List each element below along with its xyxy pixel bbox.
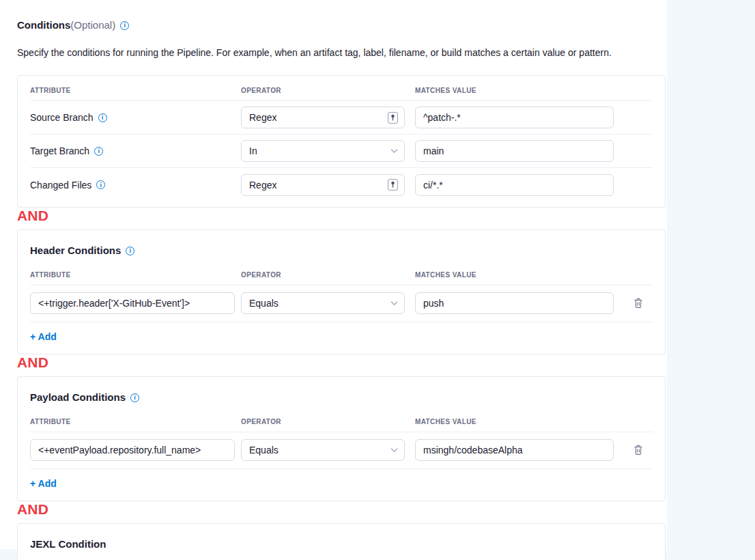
section-title-text: Header Conditions	[30, 244, 121, 257]
section-title-payload-conditions: Payload Conditions	[30, 377, 653, 404]
operator-value: Equals	[249, 298, 279, 309]
table-row: Source Branch Regex	[30, 101, 653, 135]
chevron-down-icon	[390, 149, 398, 153]
column-headers: ATTRIBUTE OPERATOR MATCHES VALUE	[30, 76, 653, 101]
page-header: Conditions (Optional)	[17, 19, 666, 31]
fixed-input-icon[interactable]	[388, 179, 398, 191]
column-headers: ATTRIBUTE OPERATOR MATCHES VALUE	[30, 404, 653, 432]
operator-select[interactable]: Regex	[241, 107, 405, 128]
matches-value-input[interactable]	[415, 292, 614, 314]
payload-conditions-card: Payload Conditions ATTRIBUTE OPERATOR MA…	[17, 376, 666, 501]
add-payload-condition-link[interactable]: + Add	[30, 478, 57, 489]
operator-value: Equals	[249, 445, 279, 456]
jexl-condition-card: JEXL Condition <+eventPayload.repository…	[17, 523, 666, 560]
column-header-operator: OPERATOR	[241, 418, 415, 425]
and-separator: AND	[17, 501, 48, 517]
row-label-text: Changed Files	[30, 180, 91, 191]
operator-value: In	[249, 145, 257, 156]
info-icon[interactable]	[130, 393, 139, 402]
chevron-down-icon	[390, 301, 398, 305]
column-header-attribute: ATTRIBUTE	[30, 87, 241, 94]
trash-icon	[633, 300, 643, 311]
table-row: Equals	[30, 432, 653, 469]
matches-value-input[interactable]	[415, 140, 614, 162]
attribute-input[interactable]	[30, 439, 235, 461]
delete-row-button[interactable]	[631, 296, 645, 311]
table-row: Equals	[30, 285, 653, 322]
info-icon[interactable]	[96, 180, 105, 189]
page-title-optional: (Optional)	[70, 19, 115, 31]
column-header-matches-value: MATCHES VALUE	[415, 271, 624, 279]
info-icon[interactable]	[98, 113, 107, 122]
page-title: Conditions	[17, 19, 70, 31]
page-description: Specify the conditions for running the P…	[17, 46, 666, 59]
operator-value: Regex	[249, 112, 276, 123]
section-title-text: Payload Conditions	[30, 391, 126, 404]
operator-select[interactable]: Regex	[241, 174, 405, 196]
conditions-page: Conditions (Optional) Specify the condit…	[0, 0, 755, 560]
column-header-attribute: ATTRIBUTE	[30, 418, 241, 425]
and-separator: AND	[17, 208, 48, 223]
column-headers: ATTRIBUTE OPERATOR MATCHES VALUE	[30, 257, 653, 285]
operator-select[interactable]: Equals	[241, 292, 405, 314]
header-conditions-card: Header Conditions ATTRIBUTE OPERATOR MAT…	[17, 229, 666, 354]
matches-value-input[interactable]	[415, 174, 614, 196]
row-label-text: Target Branch	[30, 145, 89, 156]
table-row: Changed Files Regex	[30, 168, 653, 201]
info-icon[interactable]	[126, 247, 134, 255]
matches-value-input[interactable]	[415, 107, 614, 128]
column-header-matches-value: MATCHES VALUE	[415, 418, 624, 425]
matches-value-input[interactable]	[415, 439, 614, 461]
chevron-down-icon	[390, 448, 398, 452]
section-title-text: JEXL Condition	[30, 537, 106, 551]
row-label-text: Source Branch	[30, 112, 94, 123]
branch-conditions-card: ATTRIBUTE OPERATOR MATCHES VALUE Source …	[17, 75, 666, 208]
info-icon[interactable]	[94, 147, 103, 156]
operator-select[interactable]: In	[241, 140, 405, 162]
attribute-input[interactable]	[30, 292, 235, 314]
row-label-changed-files: Changed Files	[30, 180, 241, 191]
table-row: Target Branch In	[30, 135, 653, 168]
section-title-header-conditions: Header Conditions	[30, 230, 653, 257]
page-right-background	[667, 0, 755, 560]
column-header-matches-value: MATCHES VALUE	[415, 87, 624, 94]
delete-row-button[interactable]	[631, 443, 645, 458]
column-header-operator: OPERATOR	[241, 87, 415, 94]
operator-select[interactable]: Equals	[241, 439, 405, 461]
operator-value: Regex	[249, 180, 276, 191]
row-label-source-branch: Source Branch	[30, 112, 241, 123]
trash-icon	[633, 447, 643, 458]
info-icon[interactable]	[120, 21, 129, 30]
column-header-attribute: ATTRIBUTE	[30, 271, 241, 279]
column-header-operator: OPERATOR	[241, 271, 415, 279]
section-title-jexl-condition: JEXL Condition	[30, 524, 653, 551]
and-separator: AND	[17, 354, 48, 370]
fixed-input-icon[interactable]	[388, 112, 398, 124]
row-label-target-branch: Target Branch	[30, 145, 241, 156]
add-header-condition-link[interactable]: + Add	[30, 331, 57, 342]
conditions-content: Conditions (Optional) Specify the condit…	[17, 0, 666, 560]
